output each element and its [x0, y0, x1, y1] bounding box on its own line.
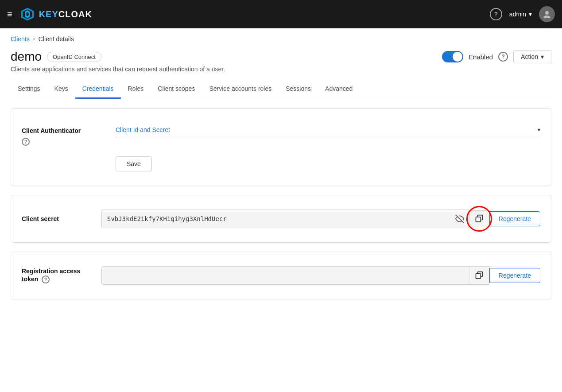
page-title-row: demo OpenID Connect Enabled ? Action ▾ — [11, 50, 551, 64]
action-button[interactable]: Action ▾ — [513, 50, 551, 63]
tab-client-scopes[interactable]: Client scopes — [151, 80, 202, 99]
avatar-icon — [542, 9, 552, 19]
svg-rect-9 — [476, 274, 481, 279]
registration-card: Registration access token ? Regenerate — [11, 252, 551, 299]
breadcrumb: Clients › Client details — [11, 35, 551, 43]
avatar[interactable] — [539, 6, 555, 22]
secret-value: SvbJ3kdE21kfy7KH1qihyg3XnlHdUecr — [102, 211, 451, 227]
reg-token-input[interactable] — [102, 268, 469, 283]
authenticator-form-row: Client Authenticator ? Client Id and Sec… — [22, 123, 540, 146]
save-row: Save — [22, 156, 540, 171]
action-label: Action — [521, 53, 538, 60]
openid-badge: OpenID Connect — [47, 52, 101, 62]
svg-rect-7 — [476, 217, 481, 222]
authenticator-control: Client Id and Secret ▾ — [116, 123, 540, 137]
svg-marker-3 — [26, 12, 28, 16]
svg-point-4 — [545, 11, 549, 15]
secret-label: Client secret — [22, 215, 101, 222]
navbar-right: ? admin ▾ — [490, 6, 555, 22]
save-button[interactable]: Save — [116, 156, 152, 171]
authenticator-chevron-icon: ▾ — [538, 127, 540, 133]
authenticator-label: Client Authenticator ? — [22, 123, 101, 146]
title-right: Enabled ? Action ▾ — [442, 50, 551, 63]
secret-row: Client secret SvbJ3kdE21kfy7KH1qihyg3Xnl… — [22, 210, 540, 228]
enabled-label: Enabled — [469, 53, 493, 61]
tab-keys[interactable]: Keys — [47, 80, 75, 99]
breadcrumb-separator: › — [33, 36, 35, 42]
copy-icon — [475, 214, 484, 223]
copy-reg-token-button[interactable] — [469, 267, 489, 284]
authenticator-value: Client Id and Secret — [116, 126, 170, 133]
reg-copy-icon — [475, 271, 484, 280]
tab-roles[interactable]: Roles — [121, 80, 151, 99]
copy-secret-button[interactable] — [469, 210, 489, 227]
authenticator-select[interactable]: Client Id and Secret ▾ — [116, 123, 540, 137]
authenticator-card: Client Authenticator ? Client Id and Sec… — [11, 108, 551, 186]
logo-text: KEYCLOAK — [39, 9, 92, 19]
navbar: ≡ KEYCLOAK ? admin ▾ — [0, 0, 562, 28]
action-chevron-icon: ▾ — [541, 53, 544, 60]
secret-field: SvbJ3kdE21kfy7KH1qihyg3XnlHdUecr — [101, 210, 469, 228]
help-button[interactable]: ? — [490, 8, 502, 20]
page-subtitle: Clients are applications and services th… — [11, 66, 551, 73]
regenerate-secret-button[interactable]: Regenerate — [489, 211, 540, 226]
reg-token-label: Registration access token ? — [22, 268, 101, 283]
logo: KEYCLOAK — [19, 6, 92, 22]
tab-settings[interactable]: Settings — [11, 80, 47, 99]
page-title: demo — [11, 50, 42, 64]
breadcrumb-current: Client details — [39, 35, 74, 43]
eye-slash-icon — [455, 214, 464, 223]
enabled-help-icon[interactable]: ? — [498, 52, 508, 62]
tab-advanced[interactable]: Advanced — [318, 80, 360, 99]
tabs: Settings Keys Credentials Roles Client s… — [11, 80, 551, 99]
tab-sessions[interactable]: Sessions — [279, 80, 318, 99]
secret-actions: Regenerate — [469, 210, 540, 227]
authenticator-help-icon[interactable]: ? — [22, 138, 30, 146]
keycloak-logo-icon — [19, 6, 35, 22]
secret-card: Client secret SvbJ3kdE21kfy7KH1qihyg3Xnl… — [11, 195, 551, 243]
page-content: Clients › Client details demo OpenID Con… — [0, 28, 562, 315]
enabled-toggle[interactable] — [442, 51, 463, 62]
reg-token-field — [101, 266, 489, 285]
registration-row: Registration access token ? Regenerate — [22, 266, 540, 285]
regenerate-reg-token-button[interactable]: Regenerate — [489, 268, 540, 283]
tab-service-accounts-roles[interactable]: Service accounts roles — [202, 80, 279, 99]
breadcrumb-clients-link[interactable]: Clients — [11, 35, 30, 43]
tab-credentials[interactable]: Credentials — [75, 80, 121, 99]
visibility-toggle-icon[interactable] — [451, 210, 469, 228]
admin-menu[interactable]: admin ▾ — [509, 11, 532, 18]
title-left: demo OpenID Connect — [11, 50, 101, 64]
reg-token-help-icon[interactable]: ? — [42, 276, 50, 283]
hamburger-menu-icon[interactable]: ≡ — [7, 9, 12, 19]
